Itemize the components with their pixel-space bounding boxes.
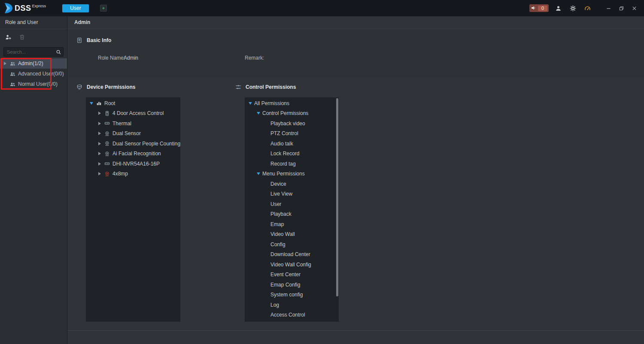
- tree-node[interactable]: Access Control: [245, 310, 339, 320]
- window-controls: [604, 3, 639, 13]
- access-controller-icon: [103, 110, 110, 117]
- tree-node[interactable]: Playback video: [245, 118, 339, 129]
- settings-button[interactable]: [568, 3, 578, 13]
- tree-node-label: Ai Facial Recognition: [112, 151, 161, 157]
- scrollbar-thumb[interactable]: [336, 98, 338, 296]
- arrow-spacer: [264, 262, 269, 267]
- role-item-normal-user[interactable]: Normal User(0/0): [0, 79, 67, 89]
- role-users-icon: [9, 60, 16, 67]
- tree-node-label: PTZ Control: [270, 130, 298, 136]
- alarm-center-button[interactable]: 0: [529, 4, 549, 12]
- tree-node[interactable]: Playback: [245, 209, 339, 220]
- tree-node[interactable]: Lock Record: [245, 149, 339, 159]
- tree-node[interactable]: Download Center: [245, 250, 339, 260]
- device-permissions-section-header: Device Permissions: [76, 84, 135, 91]
- tree-node-label: Menu Permissions: [262, 171, 305, 177]
- tree-node[interactable]: Thermal: [86, 118, 180, 129]
- minimize-button[interactable]: [604, 3, 613, 13]
- tree-node[interactable]: Control Permissions: [245, 109, 339, 119]
- tree-node[interactable]: PTZ Control: [245, 129, 339, 139]
- arrow-spacer: [264, 161, 269, 166]
- tree-node[interactable]: Config: [245, 239, 339, 250]
- tree-node-label: Thermal: [112, 121, 131, 127]
- tree-node[interactable]: Video Wall Config: [245, 260, 339, 270]
- account-button[interactable]: [553, 3, 563, 13]
- tree-node-label: Control Permissions: [262, 110, 308, 116]
- tree-node[interactable]: Event Center: [245, 270, 339, 280]
- chevron-right-icon[interactable]: [2, 61, 8, 66]
- chevron-down-icon[interactable]: [247, 100, 253, 106]
- tree-node[interactable]: 4 Door Access Control: [86, 109, 180, 119]
- tree-node[interactable]: System config: [245, 290, 339, 300]
- chevron-right-icon[interactable]: [97, 111, 102, 116]
- tree-node-label: 4 Door Access Control: [112, 110, 164, 116]
- tree-node[interactable]: 4x8mp: [86, 169, 180, 179]
- add-user-icon: [5, 34, 12, 40]
- plus-icon: [101, 6, 106, 10]
- tree-node[interactable]: User: [245, 199, 339, 209]
- app-window: DSS Express User 0 Role and User: [0, 0, 644, 344]
- tree-node-label: Video Wall: [270, 231, 295, 237]
- add-tab-button[interactable]: [100, 5, 107, 12]
- tree-node[interactable]: All Permissions: [245, 98, 339, 109]
- tree-node[interactable]: Video Wall: [245, 229, 339, 240]
- close-button[interactable]: [629, 3, 639, 13]
- search-icon[interactable]: [54, 48, 63, 56]
- chevron-down-icon[interactable]: [255, 111, 261, 116]
- arrow-spacer: [264, 241, 269, 247]
- arrow-spacer: [264, 201, 269, 207]
- tree-node[interactable]: Ai Facial Recognition: [86, 149, 180, 159]
- control-permissions-title: Control Permissions: [246, 84, 296, 90]
- chevron-right-icon[interactable]: [97, 151, 102, 157]
- nvr-icon: [103, 120, 110, 127]
- tree-node[interactable]: Emap Config: [245, 280, 339, 290]
- chevron-down-icon[interactable]: [88, 100, 94, 106]
- tree-node-label: Root: [104, 100, 115, 106]
- arrow-spacer: [264, 232, 269, 237]
- performance-button[interactable]: [582, 3, 592, 13]
- chevron-right-icon[interactable]: [97, 131, 102, 136]
- tree-node-label: Record tag: [270, 161, 296, 167]
- basic-info-band: [67, 29, 644, 77]
- chevron-right-icon[interactable]: [97, 121, 102, 126]
- tree-node[interactable]: Menu Permissions: [245, 169, 339, 179]
- logo-suffix: Express: [32, 4, 46, 8]
- remark-label: Remark:: [245, 55, 264, 61]
- basic-info-title: Basic Info: [87, 37, 111, 43]
- tree-node[interactable]: Emap: [245, 219, 339, 229]
- tree-node[interactable]: Root: [86, 98, 180, 109]
- document-icon: [76, 37, 83, 44]
- delete-role-button[interactable]: [18, 33, 26, 41]
- tree-node-label: Dual Sensor People Counting: [112, 141, 180, 147]
- role-item-advanced-user[interactable]: Advanced User(0/0): [0, 69, 67, 79]
- camera-offline-icon: [103, 170, 110, 177]
- arrow-spacer: [264, 312, 269, 318]
- tree-node[interactable]: Audio talk: [245, 139, 339, 149]
- restore-icon: [619, 6, 624, 11]
- tree-node[interactable]: Record tag: [245, 159, 339, 169]
- add-role-button[interactable]: [4, 33, 12, 41]
- tree-node-label: Log: [270, 302, 279, 308]
- arrow-spacer: [264, 292, 269, 298]
- tab-user[interactable]: User: [62, 4, 89, 12]
- tree-node-label: Video Wall Config: [270, 262, 311, 268]
- tree-node[interactable]: Log: [245, 300, 339, 310]
- chevron-down-icon[interactable]: [255, 171, 261, 177]
- role-item-admin[interactable]: Admin(1/2): [0, 58, 67, 69]
- device-permissions-title: Device Permissions: [87, 84, 135, 90]
- chevron-right-icon[interactable]: [97, 171, 102, 177]
- alarm-speaker-icon: [531, 5, 537, 11]
- restore-button[interactable]: [617, 3, 626, 13]
- tree-node[interactable]: Live View: [245, 189, 339, 199]
- chevron-right-icon[interactable]: [97, 161, 102, 166]
- logo-text: DSS: [15, 3, 31, 14]
- tree-node[interactable]: Dual Sensor: [86, 129, 180, 139]
- tree-node[interactable]: Dual Sensor People Counting: [86, 139, 180, 149]
- tree-node[interactable]: Device: [245, 179, 339, 189]
- control-permissions-section-header: Control Permissions: [235, 84, 296, 91]
- arrow-spacer: [2, 81, 8, 87]
- tree-node[interactable]: DHI-NVR54A16-16P: [86, 159, 180, 169]
- chevron-right-icon[interactable]: [97, 141, 102, 146]
- search-input[interactable]: [4, 49, 54, 54]
- tree-node-label: Audio talk: [270, 141, 293, 147]
